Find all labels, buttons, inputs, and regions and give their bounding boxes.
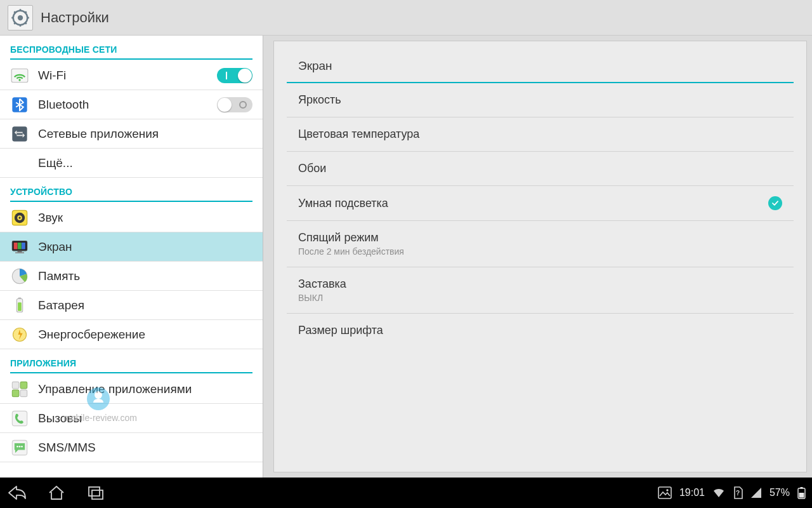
- bluetooth-icon: [10, 95, 29, 114]
- svg-rect-40: [89, 487, 100, 496]
- sidebar-item-label: Bluetooth: [38, 98, 217, 112]
- display-icon: [10, 237, 29, 257]
- svg-rect-29: [18, 302, 22, 311]
- gallery-notification-icon[interactable]: [658, 486, 672, 499]
- sidebar-item-more[interactable]: Ещё...: [0, 149, 263, 178]
- section-divider: [10, 58, 252, 60]
- phone-icon: [10, 409, 29, 428]
- battery-status-icon: [797, 486, 806, 499]
- svg-rect-35: [12, 411, 27, 425]
- section-header-wireless: БЕСПРОВОДНЫЕ СЕТИ: [0, 36, 263, 58]
- sidebar-item-bluetooth[interactable]: Bluetooth: [0, 90, 263, 119]
- sound-icon: [10, 208, 29, 227]
- sidebar-item-label: Память: [38, 269, 252, 283]
- settings-app-icon: [8, 5, 33, 30]
- section-divider: [10, 201, 252, 202]
- detail-row-label: Заставка: [298, 277, 782, 291]
- sidebar-item-sound[interactable]: Звук: [0, 203, 263, 232]
- sidebar-item-label: Управление приложениями: [38, 382, 252, 396]
- detail-panel: Экран Яркость Цветовая температура Обои …: [273, 41, 807, 472]
- wifi-icon: [10, 66, 29, 85]
- svg-point-11: [18, 79, 20, 81]
- sidebar-item-label: Вызовы: [38, 411, 252, 425]
- battery-icon: [10, 296, 29, 315]
- detail-row-label: Яркость: [298, 93, 782, 107]
- svg-rect-13: [12, 126, 27, 141]
- svg-rect-42: [658, 487, 671, 498]
- svg-point-37: [16, 445, 18, 447]
- svg-rect-33: [12, 390, 18, 397]
- svg-rect-34: [20, 390, 27, 397]
- sidebar-item-label: Wi-Fi: [38, 69, 217, 83]
- sidebar-item-battery[interactable]: Батарея: [0, 291, 263, 320]
- status-time: 19:01: [679, 487, 705, 498]
- svg-rect-31: [12, 382, 18, 389]
- app-title: Настройки: [41, 10, 109, 26]
- wifi-toggle[interactable]: [217, 68, 252, 83]
- detail-row-smart-backlight[interactable]: Умная подсветка: [287, 186, 794, 221]
- detail-row-sublabel: После 2 мин бездействия: [298, 246, 782, 257]
- svg-rect-47: [799, 493, 804, 498]
- svg-text:?: ?: [736, 490, 740, 497]
- svg-rect-15: [16, 135, 22, 136]
- sidebar-item-label: Батарея: [38, 298, 252, 312]
- storage-icon: [10, 267, 29, 286]
- detail-row-label: Обои: [298, 162, 782, 175]
- network-apps-icon: [10, 124, 29, 144]
- detail-row-wallpaper[interactable]: Обои: [287, 152, 794, 186]
- sidebar-item-label: Ещё...: [38, 156, 252, 170]
- detail-row-label: Умная подсветка: [298, 197, 768, 210]
- sidebar-item-calls[interactable]: Вызовы: [0, 404, 263, 433]
- detail-row-font-size[interactable]: Размер шрифта: [287, 314, 794, 347]
- svg-point-39: [21, 445, 23, 447]
- detail-row-sleep[interactable]: Спящий режим После 2 мин бездействия: [287, 221, 794, 267]
- detail-row-brightness[interactable]: Яркость: [287, 83, 794, 117]
- sidebar-item-power-saving[interactable]: Энергосбережение: [0, 320, 263, 349]
- apps-icon: [10, 380, 29, 399]
- svg-point-19: [18, 217, 20, 218]
- titlebar: Настройки: [0, 0, 812, 36]
- svg-rect-23: [22, 243, 25, 250]
- detail-row-label: Спящий режим: [298, 231, 782, 244]
- detail-row-color-temp[interactable]: Цветовая температура: [287, 117, 794, 152]
- sidebar-item-label: Энергосбережение: [38, 328, 252, 342]
- signal-status-icon: [750, 487, 762, 498]
- wifi-status-icon: [712, 487, 725, 498]
- sidebar-item-label: SMS/MMS: [38, 441, 252, 455]
- svg-rect-41: [92, 490, 103, 499]
- detail-row-sublabel: ВЫКЛ: [298, 293, 782, 303]
- detail-title: Экран: [287, 48, 794, 82]
- svg-rect-14: [16, 131, 22, 133]
- svg-rect-24: [18, 250, 22, 251]
- svg-rect-22: [18, 243, 22, 250]
- checkbox-checked-icon[interactable]: [768, 196, 782, 210]
- svg-rect-32: [20, 382, 27, 389]
- sidebar-item-sms-mms[interactable]: SMS/MMS: [0, 433, 263, 462]
- svg-rect-28: [18, 297, 22, 299]
- sms-icon: [10, 438, 29, 457]
- sidebar-item-network-apps[interactable]: Сетевые приложения: [0, 119, 263, 149]
- svg-rect-25: [15, 252, 24, 253]
- system-navbar: 19:01 ? 57%: [0, 478, 812, 508]
- svg-point-1: [18, 15, 23, 20]
- detail-row-daydream[interactable]: Заставка ВЫКЛ: [287, 267, 794, 314]
- svg-rect-46: [801, 487, 803, 488]
- power-saving-icon: [10, 325, 29, 344]
- home-button[interactable]: [46, 482, 67, 504]
- bluetooth-toggle[interactable]: [217, 97, 252, 112]
- detail-row-label: Цветовая температура: [298, 128, 782, 141]
- sidebar-item-wifi[interactable]: Wi-Fi: [0, 61, 263, 90]
- recent-apps-button[interactable]: [85, 482, 107, 504]
- sidebar-item-label: Экран: [38, 240, 252, 254]
- battery-percentage: 57%: [769, 487, 790, 498]
- svg-point-38: [19, 445, 21, 447]
- svg-point-43: [666, 489, 668, 491]
- settings-sidebar[interactable]: БЕСПРОВОДНЫЕ СЕТИ Wi-Fi Bluetooth: [0, 36, 263, 478]
- section-header-apps: ПРИЛОЖЕНИЯ: [0, 349, 263, 372]
- sidebar-item-manage-apps[interactable]: Управление приложениями: [0, 375, 263, 404]
- sim-status-icon: ?: [733, 486, 743, 499]
- sidebar-item-storage[interactable]: Память: [0, 262, 263, 291]
- detail-row-label: Размер шрифта: [298, 324, 782, 337]
- sidebar-item-display[interactable]: Экран: [0, 232, 263, 262]
- back-button[interactable]: [6, 482, 28, 504]
